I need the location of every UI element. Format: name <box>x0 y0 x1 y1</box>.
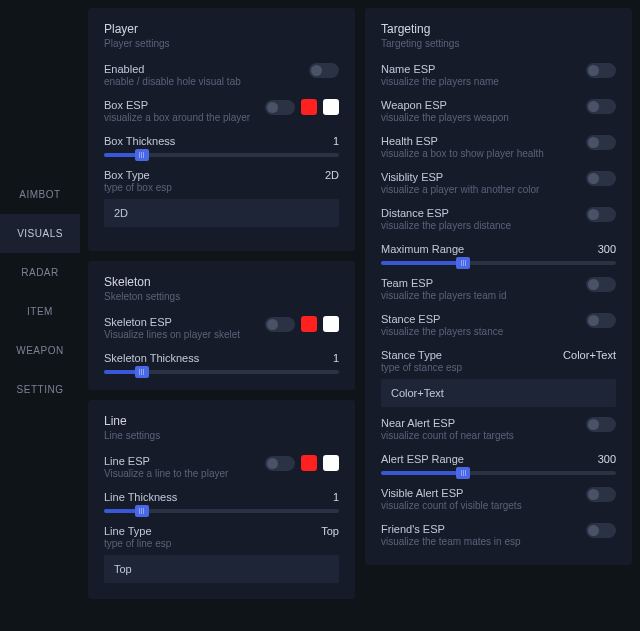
health-esp-toggle[interactable] <box>586 135 616 150</box>
setting-description: visualize count of visible targets <box>381 500 586 511</box>
color-swatch-red[interactable] <box>301 455 317 471</box>
setting-description: visualize count of near targets <box>381 430 586 441</box>
box-type-row: Box Type type of box esp 2D 2D <box>104 169 339 227</box>
skeleton-esp-row: Skeleton ESP Visualize lines on player s… <box>104 316 339 342</box>
near-alert-toggle[interactable] <box>586 417 616 432</box>
setting-description: visualize the players stance <box>381 326 586 337</box>
setting-label: Line ESP <box>104 455 265 467</box>
visible-alert-toggle[interactable] <box>586 487 616 502</box>
setting-description: visualize a box around the player <box>104 112 265 123</box>
setting-label: Weapon ESP <box>381 99 586 111</box>
near-alert-row: Near Alert ESP visualize count of near t… <box>381 417 616 443</box>
setting-label: Box ESP <box>104 99 265 111</box>
box-type-select[interactable]: 2D <box>104 199 339 227</box>
slider-value: 1 <box>333 135 339 147</box>
panel-title: Targeting <box>381 22 616 36</box>
visible-alert-row: Visible Alert ESP visualize count of vis… <box>381 487 616 513</box>
sidebar-item-radar[interactable]: RADAR <box>0 253 80 292</box>
setting-label: Enabled <box>104 63 309 75</box>
setting-description: visualize the team mates in esp <box>381 536 586 547</box>
color-swatch-white[interactable] <box>323 316 339 332</box>
skeleton-thickness-slider[interactable] <box>104 370 339 374</box>
color-swatch-white[interactable] <box>323 99 339 115</box>
friends-esp-toggle[interactable] <box>586 523 616 538</box>
slider-value: 300 <box>598 243 616 255</box>
sidebar-item-visuals[interactable]: VISUALS <box>0 214 80 253</box>
team-esp-row: Team ESP visualize the players team id <box>381 277 616 303</box>
content: Player Player settings Enabled enable / … <box>80 0 640 631</box>
sidebar-item-setting[interactable]: SETTING <box>0 370 80 409</box>
stance-esp-row: Stance ESP visualize the players stance <box>381 313 616 339</box>
color-swatch-white[interactable] <box>323 455 339 471</box>
player-panel: Player Player settings Enabled enable / … <box>88 8 355 251</box>
color-swatch-red[interactable] <box>301 316 317 332</box>
skeleton-esp-toggle[interactable] <box>265 317 295 332</box>
setting-label: Line Type <box>104 525 171 537</box>
slider-label: Maximum Range <box>381 243 464 255</box>
setting-description: visualize the players team id <box>381 290 586 301</box>
targeting-panel: Targeting Targeting settings Name ESP vi… <box>365 8 632 565</box>
alert-range-row: Alert ESP Range 300 <box>381 453 616 475</box>
line-thickness-row: Line Thickness 1 <box>104 491 339 513</box>
skeleton-thickness-row: Skeleton Thickness 1 <box>104 352 339 374</box>
name-esp-row: Name ESP visualize the players name <box>381 63 616 89</box>
weapon-esp-toggle[interactable] <box>586 99 616 114</box>
visibility-esp-toggle[interactable] <box>586 171 616 186</box>
setting-label: Near Alert ESP <box>381 417 586 429</box>
line-type-select[interactable]: Top <box>104 555 339 583</box>
distance-esp-toggle[interactable] <box>586 207 616 222</box>
health-esp-row: Health ESP visualize a box to show playe… <box>381 135 616 161</box>
enabled-toggle[interactable] <box>309 63 339 78</box>
setting-label: Stance ESP <box>381 313 586 325</box>
sidebar-item-aimbot[interactable]: AIMBOT <box>0 175 80 214</box>
stance-type-row: Stance Type type of stance esp Color+Tex… <box>381 349 616 407</box>
max-range-row: Maximum Range 300 <box>381 243 616 265</box>
setting-description: type of box esp <box>104 182 172 193</box>
friends-esp-row: Friend's ESP visualize the team mates in… <box>381 523 616 549</box>
setting-description: visualize the players name <box>381 76 586 87</box>
panel-title: Skeleton <box>104 275 339 289</box>
select-value: Top <box>321 525 339 549</box>
setting-label: Team ESP <box>381 277 586 289</box>
panel-subtitle: Line settings <box>104 430 339 441</box>
setting-description: visualize the players weapon <box>381 112 586 123</box>
setting-description: visualize a player with another color <box>381 184 586 195</box>
setting-description: visualize a box to show player health <box>381 148 586 159</box>
distance-esp-row: Distance ESP visualize the players dista… <box>381 207 616 233</box>
setting-description: Visualize a line to the player <box>104 468 265 479</box>
panel-subtitle: Skeleton settings <box>104 291 339 302</box>
team-esp-toggle[interactable] <box>586 277 616 292</box>
color-swatch-red[interactable] <box>301 99 317 115</box>
line-esp-toggle[interactable] <box>265 456 295 471</box>
setting-label: Visible Alert ESP <box>381 487 586 499</box>
stance-type-select[interactable]: Color+Text <box>381 379 616 407</box>
setting-label: Box Type <box>104 169 172 181</box>
box-thickness-row: Box Thickness 1 <box>104 135 339 157</box>
sidebar: AIMBOT VISUALS RADAR ITEM WEAPON SETTING <box>0 0 80 631</box>
box-esp-toggle[interactable] <box>265 100 295 115</box>
slider-label: Skeleton Thickness <box>104 352 199 364</box>
setting-description: visualize the players distance <box>381 220 586 231</box>
setting-label: Visiblity ESP <box>381 171 586 183</box>
alert-range-slider[interactable] <box>381 471 616 475</box>
line-type-row: Line Type type of line esp Top Top <box>104 525 339 583</box>
panel-subtitle: Player settings <box>104 38 339 49</box>
slider-value: 300 <box>598 453 616 465</box>
panel-title: Line <box>104 414 339 428</box>
setting-label: Health ESP <box>381 135 586 147</box>
setting-label: Skeleton ESP <box>104 316 265 328</box>
box-thickness-slider[interactable] <box>104 153 339 157</box>
name-esp-toggle[interactable] <box>586 63 616 78</box>
max-range-slider[interactable] <box>381 261 616 265</box>
stance-esp-toggle[interactable] <box>586 313 616 328</box>
setting-label: Stance Type <box>381 349 462 361</box>
slider-value: 1 <box>333 491 339 503</box>
sidebar-item-item[interactable]: ITEM <box>0 292 80 331</box>
line-thickness-slider[interactable] <box>104 509 339 513</box>
line-panel: Line Line settings Line ESP Visualize a … <box>88 400 355 599</box>
visibility-esp-row: Visiblity ESP visualize a player with an… <box>381 171 616 197</box>
panel-title: Player <box>104 22 339 36</box>
left-column: Player Player settings Enabled enable / … <box>88 8 355 631</box>
sidebar-item-weapon[interactable]: WEAPON <box>0 331 80 370</box>
panel-subtitle: Targeting settings <box>381 38 616 49</box>
